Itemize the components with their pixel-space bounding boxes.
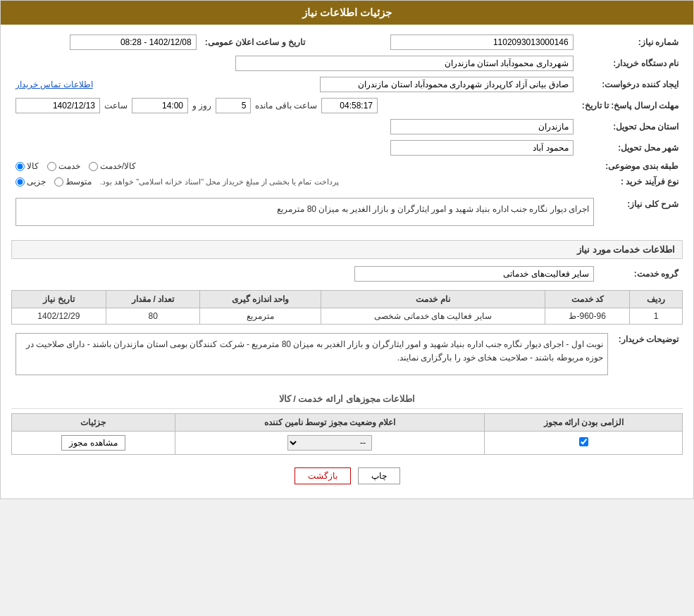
permits-status-cell: -- xyxy=(175,432,485,455)
process-radio1-label: جزیی xyxy=(27,177,46,187)
permits-col-details: جزئیات xyxy=(12,414,175,432)
province-input xyxy=(390,119,574,134)
deadline-days-input xyxy=(216,98,251,113)
services-col-name: نام خدمت xyxy=(321,291,545,308)
deadline-remaining-label: ساعت باقی مانده xyxy=(255,101,317,111)
permits-status-select[interactable]: -- xyxy=(287,435,372,451)
category-radio-khedmat[interactable]: خدمت xyxy=(47,161,80,171)
city-label: شهر محل تحویل: xyxy=(578,137,683,158)
city-input xyxy=(390,140,574,156)
service-row-date: 1402/12/29 xyxy=(12,308,106,325)
service-row-number: 1 xyxy=(630,308,683,325)
service-row-name: سایر فعالیت های خدماتی شخصی xyxy=(321,308,545,325)
process-radio2-label: متوسط xyxy=(66,177,92,187)
deadline-time-input xyxy=(132,98,188,113)
contact-link[interactable]: اطلاعات تماس خریدار xyxy=(16,80,93,89)
process-label: نوع فرآیند خرید : xyxy=(578,174,683,189)
service-row-code: 960-96-ط xyxy=(545,308,629,325)
service-group-input xyxy=(354,266,594,282)
process-radio1-input[interactable] xyxy=(16,177,25,187)
buyer-org-label: نام دستگاه خریدار: xyxy=(578,53,683,74)
info-table: شماره نیاز: تاریخ و ساعت اعلان عمومی: نا… xyxy=(11,32,683,189)
category-radio2-label: خدمت xyxy=(58,161,80,171)
need-number-input xyxy=(390,34,574,50)
deadline-days-label: روز و xyxy=(192,101,211,111)
need-summary-value: اجرای دیوار نگاره جنب اداره بنیاد شهید و… xyxy=(16,198,594,226)
need-number-label: شماره نیاز: xyxy=(578,32,683,53)
buyer-notes-label: توضیحات خریدار: xyxy=(612,330,683,384)
category-label: طبقه بندی موضوعی: xyxy=(578,158,683,174)
process-radio-medium[interactable]: متوسط xyxy=(54,177,92,187)
permits-col-status: اعلام وضعیت مجوز توسط نامین کننده xyxy=(175,414,485,432)
service-row-unit: مترمربع xyxy=(200,308,321,325)
deadline-date-input xyxy=(16,98,100,113)
category-radio3-label: کالا/خدمت xyxy=(100,161,136,171)
process-radio-partial[interactable]: جزیی xyxy=(16,177,46,187)
service-row-qty: 80 xyxy=(106,308,200,325)
category-radio1-label: کالا xyxy=(27,161,39,171)
buyer-notes-value: نوبت اول - اجرای دیوار نگاره جنب اداره ب… xyxy=(16,333,608,375)
services-section-title: اطلاعات خدمات مورد نیاز xyxy=(11,240,683,259)
category-radio-kala-khedmat[interactable]: کالا/خدمت xyxy=(89,161,136,171)
services-col-code: کد خدمت xyxy=(545,291,629,308)
deadline-label: مهلت ارسال پاسخ: تا تاریخ: xyxy=(578,95,683,116)
process-note: پرداخت تمام یا بخشی از مبلغ خریداز محل "… xyxy=(100,177,339,187)
creator-label: ایجاد کننده درخواست: xyxy=(578,74,683,95)
category-radio2-input[interactable] xyxy=(47,162,56,171)
category-radio1-input[interactable] xyxy=(16,162,25,171)
need-summary-label: شرح کلی نیاز: xyxy=(598,195,683,234)
deadline-remaining-input xyxy=(321,98,378,113)
date-label: تاریخ و ساعت اعلان عمومی: xyxy=(201,32,309,53)
permits-col-required: الزامی بودن ارائه مجوز xyxy=(485,414,683,432)
buyer-notes-table: توضیحات خریدار: نوبت اول - اجرای دیوار ن… xyxy=(11,330,683,384)
buyer-org-input xyxy=(235,56,574,71)
permits-details-cell: مشاهده مجوز xyxy=(12,432,175,455)
service-group-label: گروه خدمت: xyxy=(598,263,683,284)
permits-required-checkbox[interactable] xyxy=(579,437,588,446)
permits-row: -- مشاهده مجوز xyxy=(12,432,683,455)
need-summary-table: شرح کلی نیاز: اجرای دیوار نگاره جنب ادار… xyxy=(11,195,683,234)
permits-view-button[interactable]: مشاهده مجوز xyxy=(61,435,125,451)
province-label: استان محل تحویل: xyxy=(578,116,683,137)
footer-buttons: چاپ بازگشت xyxy=(11,460,683,491)
print-button[interactable]: چاپ xyxy=(358,467,400,484)
page-header: جزئیات اطلاعات نیاز xyxy=(1,1,693,25)
permits-table: الزامی بودن ارائه مجوز اعلام وضعیت مجوز … xyxy=(11,413,683,455)
service-group-table: گروه خدمت: xyxy=(11,263,683,284)
permits-section-title: اطلاعات مجوزهای ارائه خدمت / کالا xyxy=(11,389,683,409)
category-radio-kala[interactable]: کالا xyxy=(16,161,39,171)
services-col-unit: واحد اندازه گیری xyxy=(200,291,321,308)
creator-input xyxy=(320,77,574,92)
services-col-date: تاریخ نیاز xyxy=(12,291,106,308)
table-row: 1 960-96-ط سایر فعالیت های خدماتی شخصی م… xyxy=(12,308,683,325)
permits-required-cell xyxy=(485,432,683,455)
deadline-time-label: ساعت xyxy=(104,101,128,111)
page-wrapper: جزئیات اطلاعات نیاز شماره نیاز: تاریخ و … xyxy=(0,0,694,499)
process-radio2-input[interactable] xyxy=(54,177,63,187)
back-button[interactable]: بازگشت xyxy=(295,467,351,484)
services-table: ردیف کد خدمت نام خدمت واحد اندازه گیری ت… xyxy=(11,290,683,325)
page-title: جزئیات اطلاعات نیاز xyxy=(302,6,392,18)
services-col-row: ردیف xyxy=(630,291,683,308)
services-col-qty: تعداد / مقدار xyxy=(106,291,200,308)
date-input xyxy=(70,34,197,50)
category-radio3-input[interactable] xyxy=(89,162,98,171)
main-content: شماره نیاز: تاریخ و ساعت اعلان عمومی: نا… xyxy=(1,25,693,498)
